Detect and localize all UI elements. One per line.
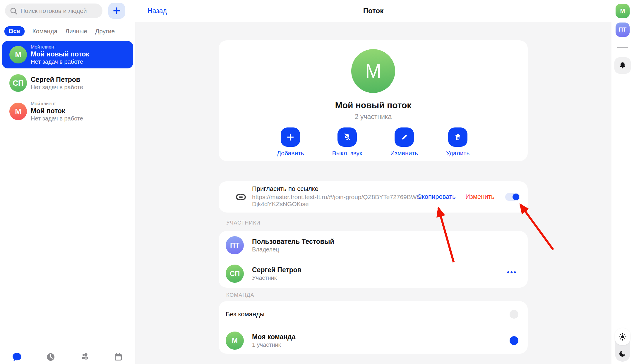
participant-name: Пользователь Тестовый <box>252 237 334 246</box>
no-team-radio[interactable] <box>510 310 518 319</box>
nav-chats-button[interactable] <box>0 350 34 364</box>
invite-url: https://master.front.test-tt.ru/#/join-g… <box>252 194 428 208</box>
avatar: М <box>9 103 27 120</box>
main-header: Назад Поток <box>135 0 611 22</box>
moon-icon <box>618 349 627 358</box>
avatar: ПТ <box>226 236 244 254</box>
calendar-icon <box>113 352 124 362</box>
participant-name: Сергей Петров <box>252 266 301 274</box>
tab-all[interactable]: Все <box>4 26 25 36</box>
dark-theme-button[interactable] <box>615 345 630 362</box>
stream-kicker: Мой клиент <box>31 101 83 107</box>
invite-title: Пригласить по ссылке <box>252 185 428 193</box>
avatar: СП <box>226 265 244 283</box>
stream-title: Мой новый поток <box>31 50 89 58</box>
search-input[interactable] <box>20 7 100 14</box>
nav-contacts-button[interactable] <box>68 350 102 364</box>
bell-slash-icon <box>342 132 352 142</box>
theme-switcher <box>615 328 630 362</box>
bottom-nav <box>0 350 135 364</box>
copy-link-button[interactable]: Скопировать <box>417 193 455 201</box>
my-team-radio[interactable] <box>510 336 518 345</box>
search-icon <box>10 7 18 15</box>
contacts-icon <box>79 352 90 362</box>
light-theme-button[interactable] <box>615 328 630 345</box>
participants-section-label: УЧАСТНИКИ <box>226 220 261 226</box>
rail-divider <box>617 47 628 48</box>
search-row <box>0 0 135 22</box>
add-member-button[interactable]: Добавить <box>277 127 304 157</box>
nav-recents-button[interactable] <box>34 350 68 364</box>
plus-icon <box>112 6 121 15</box>
stream-title: Сергей Петров <box>31 75 83 84</box>
delete-stream-button[interactable]: Удалить <box>446 127 469 157</box>
pencil-icon <box>400 133 409 142</box>
team-section-label: КОМАНДА <box>226 292 254 298</box>
tab-personal[interactable]: Личные <box>65 28 87 35</box>
participant-row-member[interactable]: СП Сергей Петров Участник ••• <box>219 259 528 288</box>
stream-profile-card: М Мой новый поток 2 участника Добавить <box>219 40 528 161</box>
stream-name: Мой новый поток <box>219 100 528 110</box>
actions-row: Добавить Выкл. звук <box>219 127 528 157</box>
tab-other[interactable]: Другие <box>95 28 115 35</box>
members-count: 2 участника <box>219 113 528 121</box>
team-row-none[interactable]: Без команды <box>219 301 528 327</box>
right-rail: М ПТ <box>611 0 634 364</box>
invite-link-toggle[interactable] <box>505 193 520 201</box>
edit-stream-button[interactable]: Изменить <box>390 127 418 157</box>
participant-row-owner[interactable]: ПТ Пользователь Тестовый Владелец <box>219 231 528 259</box>
stream-kicker: Мой клиент <box>31 44 89 50</box>
clock-icon <box>45 352 56 362</box>
stream-title: Мой поток <box>31 107 83 115</box>
avatar: СП <box>9 74 27 92</box>
team-row-my-team[interactable]: М Моя команда 1 участник <box>219 327 528 354</box>
filter-tabs: Все Команда Личные Другие <box>4 26 115 36</box>
page-title: Поток <box>135 7 611 15</box>
team-name: Моя команда <box>252 333 295 341</box>
chat-bubble-icon <box>11 352 23 362</box>
sun-icon <box>618 332 627 341</box>
workspace-avatar-m[interactable]: М <box>616 4 630 18</box>
team-members-count: 1 участник <box>252 341 295 349</box>
edit-link-button[interactable]: Изменить <box>465 193 494 201</box>
stream-subtitle: Нет задач в работе <box>31 115 83 122</box>
stream-item-my-stream[interactable]: М Мой клиент Мой поток Нет задач в работ… <box>2 98 133 125</box>
bell-icon <box>618 61 627 70</box>
trash-icon <box>453 133 462 142</box>
no-team-label: Без команды <box>226 310 265 318</box>
stream-list: М Мой клиент Мой новый поток Нет задач в… <box>2 41 133 126</box>
participant-role: Владелец <box>252 246 334 253</box>
mute-button[interactable]: Выкл. звук <box>332 127 362 157</box>
search-field[interactable] <box>5 4 102 18</box>
stream-subtitle: Нет задач в работе <box>31 84 83 91</box>
link-icon <box>235 191 247 204</box>
add-stream-button[interactable] <box>108 3 125 19</box>
avatar: М <box>226 332 244 350</box>
stream-subtitle: Нет задач в работе <box>31 58 89 65</box>
participant-menu-button[interactable]: ••• <box>507 268 517 276</box>
participant-role: Участник <box>252 274 301 282</box>
nav-calendar-button[interactable] <box>102 350 136 364</box>
participants-card: ПТ Пользователь Тестовый Владелец СП Сер… <box>219 231 528 288</box>
stream-item-sergey-petrov[interactable]: СП Сергей Петров Нет задач в работе <box>2 69 133 97</box>
stream-avatar: М <box>351 49 395 93</box>
team-card: Без команды М Моя команда 1 участник <box>219 301 528 354</box>
notifications-button[interactable] <box>614 57 631 74</box>
user-avatar-pt[interactable]: ПТ <box>616 23 630 37</box>
main-area: Назад Поток М Мой новый поток 2 участник… <box>135 0 611 364</box>
left-sidebar: Все Команда Личные Другие М Мой клиент М… <box>0 0 135 364</box>
toggle-knob <box>513 194 519 200</box>
stream-item-my-new-stream[interactable]: М Мой клиент Мой новый поток Нет задач в… <box>2 41 133 68</box>
invite-link-card: Пригласить по ссылке https://master.fron… <box>219 181 528 213</box>
avatar: М <box>9 46 27 63</box>
tab-team[interactable]: Команда <box>32 28 58 35</box>
plus-icon <box>286 133 295 142</box>
